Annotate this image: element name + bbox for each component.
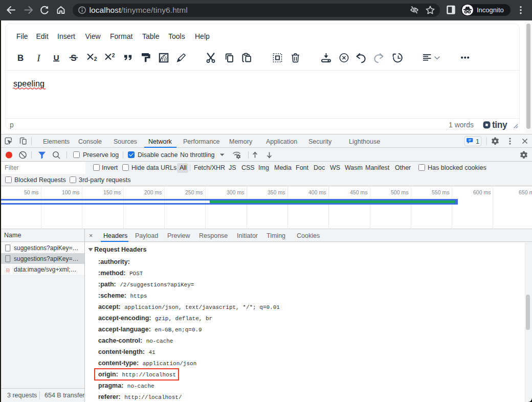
svg-text:2: 2 bbox=[112, 52, 115, 58]
svg-text:1: 1 bbox=[476, 138, 479, 145]
svg-text:S: S bbox=[71, 53, 76, 63]
svg-text:U: U bbox=[53, 53, 59, 62]
svg-text:2: 2 bbox=[94, 56, 97, 62]
svg-text:I: I bbox=[36, 53, 41, 63]
svg-text:B: B bbox=[17, 53, 24, 63]
svg-text:tiny: tiny bbox=[492, 120, 507, 130]
